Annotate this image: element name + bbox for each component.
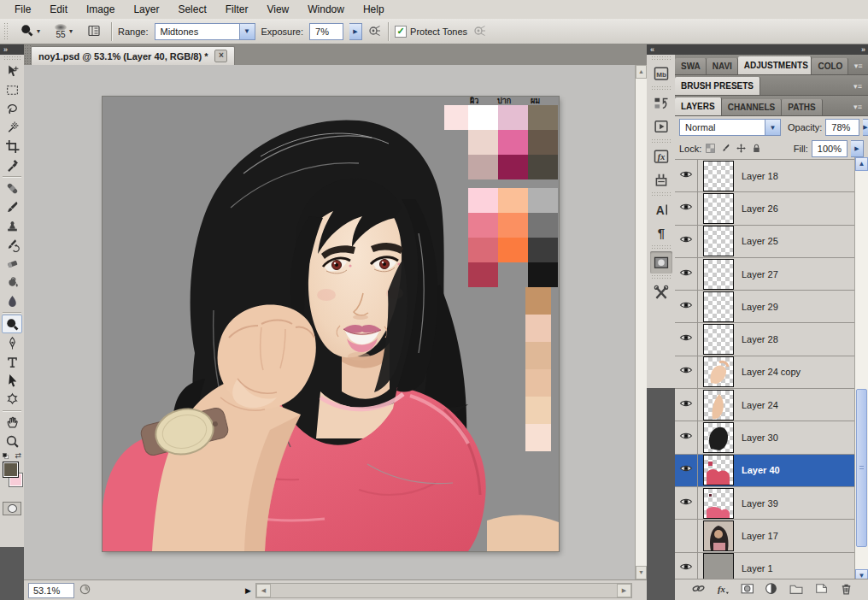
menu-image[interactable]: Image bbox=[77, 1, 124, 18]
clone-source-panel-button[interactable] bbox=[650, 168, 672, 191]
hand-tool-button[interactable] bbox=[2, 413, 22, 432]
scroll-right-icon[interactable]: ▶ bbox=[617, 584, 631, 597]
visibility-toggle[interactable] bbox=[675, 226, 698, 257]
tab-bar-drag-handle[interactable] bbox=[24, 44, 31, 65]
layer-row[interactable]: Layer 39 bbox=[675, 487, 854, 520]
visibility-toggle[interactable] bbox=[675, 160, 698, 191]
layer-thumbnail[interactable] bbox=[703, 226, 734, 256]
visibility-toggle[interactable] bbox=[675, 192, 698, 224]
paragraph-panel-button[interactable]: ¶ bbox=[650, 221, 672, 244]
dock-drag-handle[interactable] bbox=[651, 56, 671, 62]
opacity-field[interactable]: 78% bbox=[825, 119, 859, 136]
layer-thumbnail[interactable] bbox=[703, 291, 734, 322]
adjustment-button[interactable] bbox=[764, 581, 778, 596]
path-selection-tool-button[interactable] bbox=[2, 371, 22, 390]
swap-colors-icon[interactable]: ⇄ bbox=[15, 451, 21, 460]
layer-thumbnail[interactable] bbox=[703, 324, 734, 355]
history-brush-tool-button[interactable] bbox=[2, 235, 22, 254]
panel-dock-collapse-button[interactable]: » bbox=[675, 44, 868, 55]
menu-window[interactable]: Window bbox=[298, 1, 354, 18]
new-layer-button[interactable] bbox=[813, 581, 828, 596]
foreground-color-swatch[interactable] bbox=[3, 462, 19, 478]
panel-menu-icon[interactable]: ▾≡ bbox=[848, 57, 868, 74]
canvas-area[interactable]: ผิวปากผม ▲ ▼ bbox=[24, 65, 647, 579]
layer-thumbnail[interactable] bbox=[703, 422, 734, 453]
menu-filter[interactable]: Filter bbox=[216, 1, 258, 18]
layer-row[interactable]: Layer 25 bbox=[675, 226, 854, 258]
layer-styles-panel-button[interactable]: fx bbox=[650, 145, 672, 168]
document-canvas[interactable]: ผิวปากผม bbox=[103, 97, 559, 551]
layer-row[interactable]: Layer 29 bbox=[675, 291, 854, 323]
vertical-scrollbar[interactable]: ▲ ▼ bbox=[635, 65, 647, 579]
layer-row[interactable]: Layer 18 bbox=[675, 160, 854, 192]
menu-select[interactable]: Select bbox=[168, 1, 215, 18]
visibility-toggle[interactable] bbox=[675, 389, 698, 421]
exposure-spinner[interactable]: ▶ bbox=[349, 23, 362, 40]
exposure-field[interactable]: 7% bbox=[309, 23, 343, 40]
opacity-spinner[interactable]: ▶ bbox=[863, 119, 868, 136]
layer-row[interactable]: Layer 28 bbox=[675, 323, 854, 356]
layer-thumbnail[interactable] bbox=[703, 390, 734, 421]
visibility-toggle[interactable] bbox=[675, 487, 698, 519]
blend-mode-select[interactable]: Normal ▼ bbox=[679, 119, 781, 136]
tab-swa[interactable]: SWA bbox=[675, 58, 707, 74]
tab-navi[interactable]: NAVI bbox=[707, 58, 738, 74]
eraser-tool-button[interactable] bbox=[2, 254, 22, 273]
dock-drag-handle[interactable] bbox=[651, 85, 671, 91]
close-icon[interactable]: × bbox=[214, 50, 227, 62]
scrollbar-thumb[interactable] bbox=[856, 389, 867, 547]
tab-paths[interactable]: PATHS bbox=[782, 99, 822, 115]
chevron-down-icon[interactable]: ▼ bbox=[765, 120, 780, 135]
type-tool-button[interactable] bbox=[2, 352, 22, 371]
scroll-up-icon[interactable]: ▲ bbox=[855, 157, 868, 171]
layer-thumbnail[interactable] bbox=[703, 455, 734, 485]
layer-row[interactable]: Layer 24 copy bbox=[675, 356, 854, 389]
pen-tool-button[interactable] bbox=[2, 333, 22, 352]
actions-panel-button[interactable] bbox=[650, 115, 672, 138]
tab-colo[interactable]: COLO bbox=[812, 58, 848, 74]
airbrush-toggle[interactable] bbox=[368, 24, 382, 39]
layer-thumbnail[interactable] bbox=[703, 488, 734, 519]
lock-transparency-icon[interactable] bbox=[705, 143, 716, 156]
history-panel-button[interactable] bbox=[650, 92, 672, 115]
crop-tool-button[interactable] bbox=[2, 137, 22, 156]
tab-brush-presets[interactable]: BRUSH PRESETS bbox=[675, 77, 760, 95]
toolbox-drag-handle[interactable] bbox=[3, 56, 21, 61]
zoom-tool-button[interactable] bbox=[2, 432, 22, 450]
visibility-toggle[interactable] bbox=[675, 455, 698, 486]
dodge-tool-button[interactable] bbox=[2, 315, 22, 333]
lock-all-icon[interactable] bbox=[751, 143, 762, 156]
layer-row[interactable]: Layer 30 bbox=[675, 421, 854, 454]
visibility-toggle[interactable] bbox=[675, 291, 698, 322]
lock-move-icon[interactable] bbox=[736, 143, 747, 156]
layer-row[interactable]: Layer 27 bbox=[675, 258, 854, 291]
eyedropper-tool-button[interactable] bbox=[2, 156, 22, 174]
delete-button[interactable] bbox=[838, 581, 853, 596]
spot-healing-tool-button[interactable] bbox=[2, 179, 22, 197]
tool-preset-dropdown[interactable]: ▾ bbox=[15, 21, 44, 42]
visibility-toggle[interactable] bbox=[675, 323, 698, 355]
menu-layer[interactable]: Layer bbox=[124, 1, 168, 18]
menu-view[interactable]: View bbox=[257, 1, 298, 18]
options-drag-handle[interactable] bbox=[3, 22, 9, 41]
dock-drag-handle[interactable] bbox=[651, 191, 671, 197]
menu-file[interactable]: File bbox=[5, 1, 40, 18]
doc-info-icon[interactable] bbox=[79, 583, 91, 597]
scroll-left-icon[interactable]: ◀ bbox=[256, 584, 271, 597]
brush-preset-picker[interactable]: 55 ▾ bbox=[50, 21, 77, 41]
masks-panel-button[interactable] bbox=[650, 251, 672, 274]
group-button[interactable] bbox=[789, 581, 803, 596]
tab-adjustments[interactable]: ADJUSTMENTS bbox=[738, 56, 812, 74]
brush-tool-button[interactable] bbox=[2, 197, 22, 216]
document-tab[interactable]: noy1.psd @ 53.1% (Layer 40, RGB/8) * × bbox=[31, 46, 235, 65]
rect-marquee-tool-button[interactable] bbox=[2, 80, 22, 99]
tab-layers[interactable]: LAYERS bbox=[675, 97, 722, 115]
layer-thumbnail[interactable] bbox=[703, 521, 734, 551]
horizontal-scrollbar[interactable]: ◀ ▶ bbox=[255, 583, 632, 598]
visibility-toggle[interactable] bbox=[675, 258, 698, 290]
menu-edit[interactable]: Edit bbox=[40, 1, 77, 18]
layer-thumbnail[interactable] bbox=[703, 193, 734, 224]
layer-row[interactable]: Layer 40 bbox=[675, 455, 854, 487]
panel-menu-icon[interactable]: ▾≡ bbox=[847, 78, 868, 95]
lock-paint-icon[interactable] bbox=[720, 143, 731, 156]
